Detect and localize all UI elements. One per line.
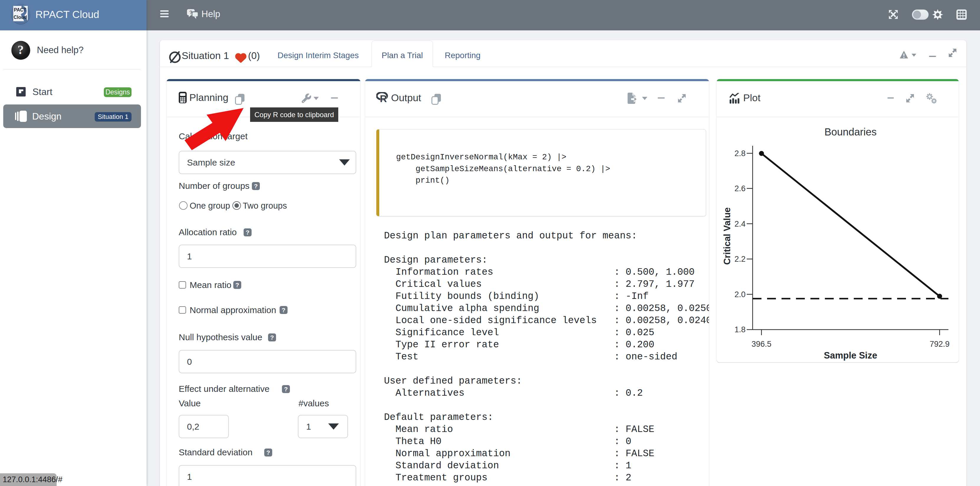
svg-text:2.0: 2.0 <box>734 290 746 299</box>
svg-text:792.9: 792.9 <box>929 339 950 349</box>
svg-text:?: ? <box>18 43 24 57</box>
svg-text:Cloud: Cloud <box>14 15 27 20</box>
svg-text:2.2: 2.2 <box>734 255 746 263</box>
svg-text:396.5: 396.5 <box>751 339 772 349</box>
svg-text:Boundaries: Boundaries <box>824 126 877 137</box>
svg-text:1.8: 1.8 <box>734 325 746 334</box>
svg-text:PACT: PACT <box>14 7 27 13</box>
svg-text:2.4: 2.4 <box>734 220 746 228</box>
svg-text:R: R <box>380 93 387 104</box>
svg-text:Sample Size: Sample Size <box>824 350 877 360</box>
svg-text:2.8: 2.8 <box>734 149 746 158</box>
svg-text:2.6: 2.6 <box>734 184 746 193</box>
svg-text:Critical Value: Critical Value <box>722 207 732 265</box>
